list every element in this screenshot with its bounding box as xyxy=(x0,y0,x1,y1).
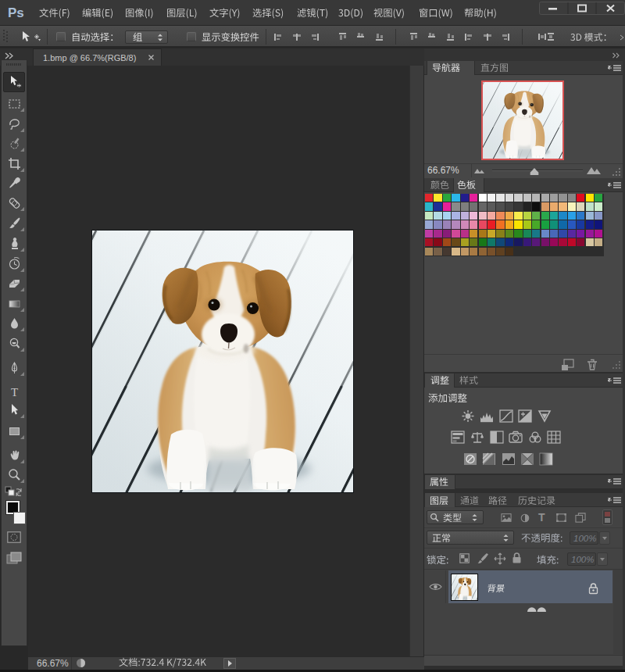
svg-text:T: T xyxy=(11,386,18,399)
